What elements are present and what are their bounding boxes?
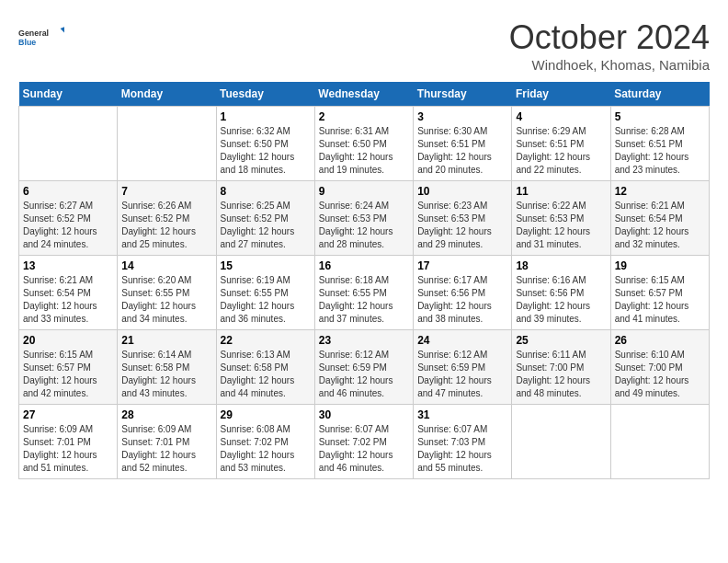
day-cell: 20 Sunrise: 6:15 AM Sunset: 6:57 PM Dayl… xyxy=(19,330,118,405)
weekday-header-row: SundayMondayTuesdayWednesdayThursdayFrid… xyxy=(19,82,710,107)
day-number: 1 xyxy=(221,110,311,123)
day-cell: 31 Sunrise: 6:07 AM Sunset: 7:03 PM Dayl… xyxy=(414,405,512,479)
svg-text:Blue: Blue xyxy=(18,38,36,47)
day-number: 19 xyxy=(615,259,705,272)
week-row-3: 13 Sunrise: 6:21 AM Sunset: 6:54 PM Dayl… xyxy=(19,256,710,330)
week-row-1: 1 Sunrise: 6:32 AM Sunset: 6:50 PM Dayli… xyxy=(19,107,710,181)
day-cell xyxy=(19,107,118,181)
day-info: Sunrise: 6:17 AM Sunset: 6:56 PM Dayligh… xyxy=(417,274,507,326)
day-cell: 30 Sunrise: 6:07 AM Sunset: 7:02 PM Dayl… xyxy=(314,405,413,479)
day-number: 3 xyxy=(417,110,507,123)
weekday-header-saturday: Saturday xyxy=(610,82,709,107)
day-info: Sunrise: 6:16 AM Sunset: 6:56 PM Dayligh… xyxy=(516,274,606,326)
day-info: Sunrise: 6:19 AM Sunset: 6:55 PM Dayligh… xyxy=(221,274,311,326)
day-cell: 23 Sunrise: 6:12 AM Sunset: 6:59 PM Dayl… xyxy=(314,330,413,405)
day-info: Sunrise: 6:07 AM Sunset: 7:02 PM Dayligh… xyxy=(319,423,409,475)
day-info: Sunrise: 6:09 AM Sunset: 7:01 PM Dayligh… xyxy=(23,423,113,475)
day-info: Sunrise: 6:09 AM Sunset: 7:01 PM Dayligh… xyxy=(121,423,211,475)
day-cell: 1 Sunrise: 6:32 AM Sunset: 6:50 PM Dayli… xyxy=(216,107,314,181)
day-cell xyxy=(118,107,216,181)
day-cell: 14 Sunrise: 6:20 AM Sunset: 6:55 PM Dayl… xyxy=(118,256,216,330)
day-cell: 26 Sunrise: 6:10 AM Sunset: 7:00 PM Dayl… xyxy=(610,330,709,405)
day-cell: 6 Sunrise: 6:27 AM Sunset: 6:52 PM Dayli… xyxy=(19,181,118,256)
page-header: General Blue October 2024 Windhoek, Khom… xyxy=(18,18,710,73)
day-info: Sunrise: 6:13 AM Sunset: 6:58 PM Dayligh… xyxy=(221,349,311,400)
day-info: Sunrise: 6:12 AM Sunset: 6:59 PM Dayligh… xyxy=(319,349,409,400)
day-info: Sunrise: 6:21 AM Sunset: 6:54 PM Dayligh… xyxy=(615,200,705,251)
day-info: Sunrise: 6:31 AM Sunset: 6:50 PM Dayligh… xyxy=(319,125,409,177)
weekday-header-tuesday: Tuesday xyxy=(216,82,314,107)
day-info: Sunrise: 6:20 AM Sunset: 6:55 PM Dayligh… xyxy=(121,274,211,326)
day-number: 2 xyxy=(319,110,409,123)
day-number: 29 xyxy=(221,408,311,421)
day-number: 28 xyxy=(121,408,211,421)
day-info: Sunrise: 6:32 AM Sunset: 6:50 PM Dayligh… xyxy=(221,125,311,177)
day-cell: 9 Sunrise: 6:24 AM Sunset: 6:53 PM Dayli… xyxy=(314,181,413,256)
day-number: 26 xyxy=(615,334,705,347)
day-info: Sunrise: 6:29 AM Sunset: 6:51 PM Dayligh… xyxy=(516,125,606,177)
day-cell: 3 Sunrise: 6:30 AM Sunset: 6:51 PM Dayli… xyxy=(414,107,512,181)
day-number: 10 xyxy=(417,185,507,198)
calendar-table: SundayMondayTuesdayWednesdayThursdayFrid… xyxy=(18,82,710,479)
svg-marker-2 xyxy=(61,27,64,33)
day-number: 12 xyxy=(615,185,705,198)
day-number: 25 xyxy=(516,334,606,347)
day-cell: 17 Sunrise: 6:17 AM Sunset: 6:56 PM Dayl… xyxy=(414,256,512,330)
day-number: 14 xyxy=(121,259,211,272)
day-number: 24 xyxy=(417,334,507,347)
day-number: 20 xyxy=(23,334,113,347)
day-cell: 25 Sunrise: 6:11 AM Sunset: 7:00 PM Dayl… xyxy=(512,330,610,405)
week-row-2: 6 Sunrise: 6:27 AM Sunset: 6:52 PM Dayli… xyxy=(19,181,710,256)
day-info: Sunrise: 6:15 AM Sunset: 6:57 PM Dayligh… xyxy=(615,274,705,326)
day-info: Sunrise: 6:23 AM Sunset: 6:53 PM Dayligh… xyxy=(417,200,507,251)
day-cell: 28 Sunrise: 6:09 AM Sunset: 7:01 PM Dayl… xyxy=(118,405,216,479)
day-cell: 29 Sunrise: 6:08 AM Sunset: 7:02 PM Dayl… xyxy=(216,405,314,479)
title-section: October 2024 Windhoek, Khomas, Namibia xyxy=(509,18,710,73)
day-cell: 8 Sunrise: 6:25 AM Sunset: 6:52 PM Dayli… xyxy=(216,181,314,256)
day-info: Sunrise: 6:12 AM Sunset: 6:59 PM Dayligh… xyxy=(417,349,507,400)
week-row-4: 20 Sunrise: 6:15 AM Sunset: 6:57 PM Dayl… xyxy=(19,330,710,405)
day-cell xyxy=(610,405,709,479)
logo: General Blue xyxy=(18,18,64,55)
day-info: Sunrise: 6:30 AM Sunset: 6:51 PM Dayligh… xyxy=(417,125,507,177)
day-info: Sunrise: 6:10 AM Sunset: 7:00 PM Dayligh… xyxy=(615,349,705,400)
day-cell: 7 Sunrise: 6:26 AM Sunset: 6:52 PM Dayli… xyxy=(118,181,216,256)
day-info: Sunrise: 6:08 AM Sunset: 7:02 PM Dayligh… xyxy=(221,423,311,475)
weekday-header-sunday: Sunday xyxy=(19,82,118,107)
day-info: Sunrise: 6:14 AM Sunset: 6:58 PM Dayligh… xyxy=(121,349,211,400)
day-cell: 12 Sunrise: 6:21 AM Sunset: 6:54 PM Dayl… xyxy=(610,181,709,256)
day-number: 21 xyxy=(121,334,211,347)
day-number: 30 xyxy=(319,408,409,421)
day-number: 13 xyxy=(23,259,113,272)
day-number: 23 xyxy=(319,334,409,347)
day-number: 17 xyxy=(417,259,507,272)
day-number: 5 xyxy=(615,110,705,123)
day-cell: 22 Sunrise: 6:13 AM Sunset: 6:58 PM Dayl… xyxy=(216,330,314,405)
day-cell: 11 Sunrise: 6:22 AM Sunset: 6:53 PM Dayl… xyxy=(512,181,610,256)
day-info: Sunrise: 6:11 AM Sunset: 7:00 PM Dayligh… xyxy=(516,349,606,400)
day-info: Sunrise: 6:22 AM Sunset: 6:53 PM Dayligh… xyxy=(516,200,606,251)
day-number: 7 xyxy=(121,185,211,198)
day-info: Sunrise: 6:27 AM Sunset: 6:52 PM Dayligh… xyxy=(23,200,113,251)
logo-svg: General Blue xyxy=(18,18,64,55)
day-number: 9 xyxy=(319,185,409,198)
day-cell: 13 Sunrise: 6:21 AM Sunset: 6:54 PM Dayl… xyxy=(19,256,118,330)
day-number: 15 xyxy=(221,259,311,272)
day-cell: 15 Sunrise: 6:19 AM Sunset: 6:55 PM Dayl… xyxy=(216,256,314,330)
day-info: Sunrise: 6:21 AM Sunset: 6:54 PM Dayligh… xyxy=(23,274,113,326)
day-info: Sunrise: 6:25 AM Sunset: 6:52 PM Dayligh… xyxy=(221,200,311,251)
day-number: 4 xyxy=(516,110,606,123)
day-cell: 10 Sunrise: 6:23 AM Sunset: 6:53 PM Dayl… xyxy=(414,181,512,256)
day-number: 22 xyxy=(221,334,311,347)
day-number: 31 xyxy=(417,408,507,421)
day-info: Sunrise: 6:07 AM Sunset: 7:03 PM Dayligh… xyxy=(417,423,507,475)
day-cell: 16 Sunrise: 6:18 AM Sunset: 6:55 PM Dayl… xyxy=(314,256,413,330)
day-cell: 24 Sunrise: 6:12 AM Sunset: 6:59 PM Dayl… xyxy=(414,330,512,405)
day-cell: 19 Sunrise: 6:15 AM Sunset: 6:57 PM Dayl… xyxy=(610,256,709,330)
weekday-header-monday: Monday xyxy=(118,82,216,107)
day-info: Sunrise: 6:26 AM Sunset: 6:52 PM Dayligh… xyxy=(121,200,211,251)
location-subtitle: Windhoek, Khomas, Namibia xyxy=(509,57,710,73)
day-info: Sunrise: 6:24 AM Sunset: 6:53 PM Dayligh… xyxy=(319,200,409,251)
day-cell: 5 Sunrise: 6:28 AM Sunset: 6:51 PM Dayli… xyxy=(610,107,709,181)
weekday-header-thursday: Thursday xyxy=(414,82,512,107)
